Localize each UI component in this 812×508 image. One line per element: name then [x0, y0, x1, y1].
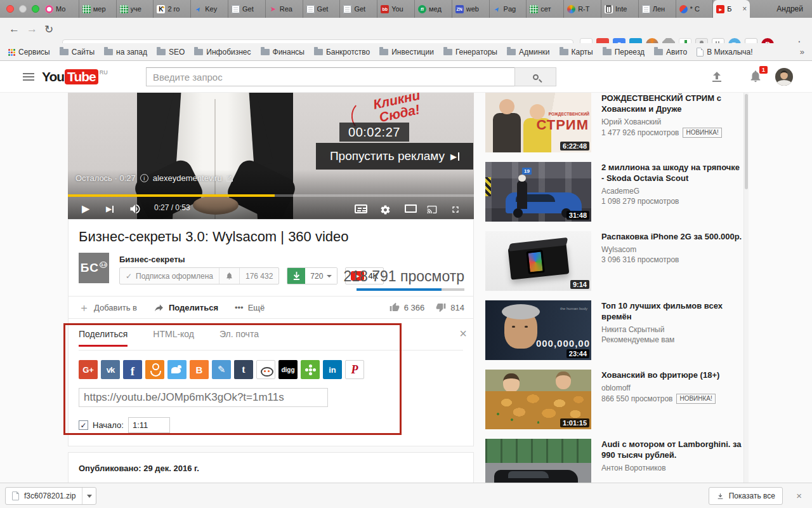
video-title[interactable]: РОЖДЕСТВЕНСКИЙ СТРИМ с Хованским и Друже — [601, 93, 745, 114]
share-url-input[interactable] — [79, 388, 328, 407]
liveinternet-icon[interactable] — [301, 360, 320, 379]
video-title[interactable]: Хованский во фритюре (18+) — [601, 370, 745, 380]
browser-tab[interactable]: 2 го — [154, 0, 191, 18]
subscriber-count[interactable]: 176 432 — [239, 268, 278, 284]
video-channel[interactable]: AcademeG — [601, 187, 745, 196]
fullscreen-icon[interactable] — [450, 204, 461, 215]
bookmark-folder[interactable]: Инвестиции — [379, 48, 434, 57]
browser-tab[interactable]: Rea — [266, 0, 303, 18]
twitter-icon[interactable] — [167, 360, 187, 379]
share-button[interactable]: Поделиться — [154, 302, 218, 313]
video-thumbnail[interactable]: РОЖДЕСТВЕНСКИЙ СТРИМ 6:22:48 — [485, 93, 591, 152]
search-input[interactable] — [146, 67, 515, 86]
pinterest-icon[interactable]: P — [345, 360, 364, 379]
skip-ad-button[interactable]: Пропустить рекламу ▶ — [316, 143, 473, 170]
googleplus-icon[interactable]: G+ — [79, 360, 98, 379]
video-channel[interactable]: Wylsacom — [601, 245, 745, 254]
search-button[interactable] — [514, 67, 556, 86]
video-channel[interactable]: Никита Скрытный — [601, 325, 745, 334]
settings-gear-icon[interactable] — [380, 204, 391, 215]
advertiser-link[interactable]: alexeydementev.ru — [153, 173, 222, 183]
browser-tab[interactable]: * C — [676, 0, 714, 18]
browser-tab-active-youtube[interactable]: Б — [713, 0, 750, 18]
bookmark-folder[interactable]: Карты — [560, 48, 593, 57]
bookmark-folder[interactable]: SEO — [157, 48, 185, 57]
facebook-icon[interactable]: f — [123, 360, 142, 379]
browser-tab[interactable]: web — [452, 0, 490, 18]
browser-tab[interactable]: Inte — [601, 0, 639, 18]
video-title[interactable]: 2 миллиона за шкоду на тряпочке - Skoda … — [601, 162, 745, 184]
video-title[interactable]: Audi с мотором от Lamborghini. за 990 ты… — [601, 439, 745, 460]
next-button[interactable]: ▶ — [106, 205, 114, 213]
browser-tab[interactable]: мер — [79, 0, 117, 18]
quality-selector[interactable]: 720 — [305, 268, 337, 284]
tumblr-icon[interactable]: t — [234, 360, 253, 379]
reload-button[interactable]: ↻ — [44, 23, 53, 36]
page-scrollbar[interactable] — [743, 93, 749, 483]
ad-progress-bar[interactable] — [68, 194, 474, 197]
start-time-checkbox[interactable] — [79, 420, 88, 430]
subtitles-icon[interactable] — [355, 204, 367, 213]
browser-tab[interactable]: Mo — [42, 0, 79, 18]
show-all-downloads-button[interactable]: Показать все — [709, 487, 783, 505]
browser-tab[interactable]: Лен — [639, 0, 676, 18]
video-channel[interactable]: oblomoff — [601, 384, 745, 392]
start-time-input[interactable] — [128, 417, 170, 433]
bookmark-apps[interactable]: Сервисы — [8, 48, 50, 57]
tab-close-icon[interactable] — [742, 4, 747, 13]
subscribed-button[interactable]: ✓Подписка оформлена — [120, 268, 219, 284]
digg-icon[interactable]: digg — [278, 360, 298, 379]
cast-icon[interactable] — [426, 204, 438, 215]
window-close-button[interactable] — [6, 5, 14, 13]
video-thumbnail[interactable]: 19 31:48 — [485, 162, 591, 222]
bookmarks-overflow-chevron[interactable]: » — [800, 47, 804, 57]
browser-tab[interactable]: сет — [527, 0, 564, 18]
video-channel[interactable]: Юрий Хованский — [601, 117, 745, 126]
video-thumbnail[interactable]: 1:01:15 — [485, 370, 591, 429]
tab-embed-html[interactable]: HTML-код — [153, 329, 194, 347]
bookmark-folder[interactable]: Авито — [654, 48, 687, 57]
browser-tab[interactable]: R-T — [564, 0, 601, 18]
related-video[interactable]: the human body 000,000,00 23:44 Топ 10 л… — [485, 300, 747, 360]
more-button[interactable]: •••Ещё — [235, 303, 265, 312]
livejournal-icon[interactable]: ✎ — [212, 360, 231, 379]
browser-tab[interactable]: уче — [117, 0, 154, 18]
menu-hamburger-icon[interactable] — [23, 73, 34, 74]
related-video[interactable]: РОЖДЕСТВЕНСКИЙ СТРИМ 6:22:48 РОЖДЕСТВЕНС… — [485, 93, 747, 152]
video-title[interactable]: Распаковка iPhone 2G за 500.000р. — [601, 231, 745, 242]
bookmark-folder[interactable]: Финансы — [261, 48, 304, 57]
dislike-button[interactable]: 814 — [436, 302, 464, 312]
download-button[interactable] — [287, 268, 305, 284]
youtube-logo[interactable]: You Tube RU — [42, 69, 108, 84]
browser-tab[interactable]: Key — [191, 0, 228, 18]
bookmark-folder[interactable]: Банкротство — [314, 48, 370, 57]
bookmark-folder[interactable]: Инфобизнес — [194, 48, 251, 57]
downloaded-file-button[interactable]: f3c6078201.zip — [5, 487, 96, 505]
browser-tab[interactable]: Get — [303, 0, 341, 18]
video-thumbnail[interactable]: the human body 000,000,00 23:44 — [485, 300, 591, 360]
channel-avatar[interactable]: БС3.0 — [79, 253, 109, 283]
add-to-button[interactable]: ＋Добавить в — [79, 300, 137, 315]
video-channel[interactable]: Антон Воротников — [601, 464, 745, 472]
video-title[interactable]: Топ 10 лучших фильмов всех времён — [601, 300, 745, 322]
browser-profile-name[interactable]: Андрей — [776, 4, 803, 13]
window-minimize-button[interactable] — [19, 5, 27, 13]
video-player[interactable]: Кликни Сюда! 00:02:27 Пропустить рекламу… — [68, 93, 474, 219]
scrollbar-thumb[interactable] — [745, 94, 748, 189]
odnoklassniki-icon[interactable] — [145, 360, 164, 379]
bookmark-folder[interactable]: Админки — [507, 48, 550, 57]
vk-icon[interactable]: VK — [101, 360, 120, 379]
download-shelf-close-icon[interactable]: × — [796, 490, 802, 501]
bookmark-page[interactable]: В Михалыча! — [697, 48, 752, 57]
related-video[interactable]: 19 31:48 2 миллиона за шкоду на тряпочке… — [485, 162, 747, 222]
bookmark-folder[interactable]: на запад — [104, 48, 147, 57]
like-button[interactable]: 6 366 — [390, 302, 425, 312]
forward-button[interactable]: → — [27, 23, 37, 36]
browser-tab[interactable]: You — [377, 0, 415, 18]
blogger-icon[interactable]: B — [190, 360, 209, 379]
tab-email[interactable]: Эл. почта — [219, 329, 259, 347]
download-options-caret[interactable] — [82, 488, 96, 504]
related-video[interactable]: 9:14 Распаковка iPhone 2G за 500.000р. W… — [485, 231, 747, 291]
reddit-icon[interactable] — [256, 360, 275, 379]
related-video[interactable]: 1:01:15 Хованский во фритюре (18+) oblom… — [485, 370, 747, 429]
